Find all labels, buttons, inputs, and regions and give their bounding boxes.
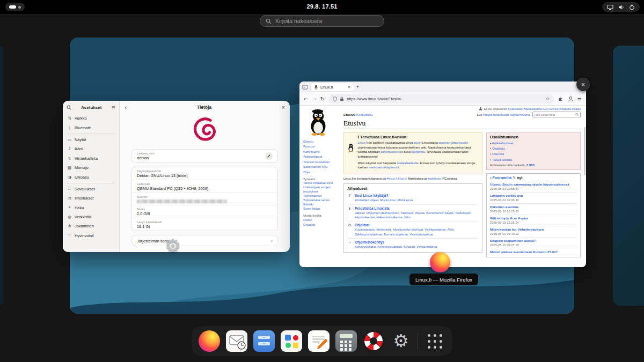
topic-title[interactable]: Uusi Linux-käyttäjä? — [355, 194, 413, 197]
wiki-sidebar-link[interactable]: Kahvihuone — [303, 150, 340, 154]
dock-icon-settings[interactable]: ⚙ — [390, 330, 412, 352]
wiki-sidebar-link[interactable]: Tuoreet muutokset — [303, 160, 340, 165]
participation-link[interactable]: Artikkelitoiveet — [490, 141, 577, 146]
forum-post[interactable]: Langaton verkko usb 2025-07-02 16:36:10 — [490, 192, 577, 203]
forum-title[interactable]: ▪ Foorumilla ✎ nyt — [490, 176, 577, 180]
back-icon[interactable]: ← — [304, 96, 308, 102]
settings-nav-item[interactable]: ⋔ Jakaminen — [63, 221, 119, 231]
app-menu-icon[interactable]: ≡ — [577, 96, 582, 102]
wiki-sidebar-link[interactable]: Toimintasivut — [303, 194, 340, 198]
forum-post-title[interactable]: Snapd:n korjaaminen alusta? — [490, 239, 577, 243]
topic-links[interactable]: Jakelut, Ohjelmien asentaminen, Käsittee… — [355, 211, 479, 220]
new-tab-icon[interactable]: + — [356, 84, 359, 90]
firefox-window[interactable]: Linux.fi × + ∨ ← → ↻ https://www.linux.f… — [299, 82, 586, 267]
wiki-sidebar-link[interactable]: Ajankohtaista — [303, 154, 340, 159]
forward-icon[interactable]: → — [312, 96, 316, 102]
dock-icon-firefox[interactable] — [199, 330, 220, 352]
menu-icon[interactable]: ≡ — [111, 105, 115, 110]
wiki-sidebar-link[interactable]: Etusivu — [303, 139, 340, 144]
wiki-sidebar-link[interactable]: Tänne viittaavat sivut — [303, 181, 340, 186]
shield-icon[interactable] — [333, 97, 337, 101]
search-icon[interactable] — [575, 113, 579, 116]
wiki-search[interactable] — [532, 112, 581, 117]
wiki-sidebar-link[interactable]: Satunnainen sivu — [303, 165, 340, 169]
forum-post[interactable]: Snapd:n korjaaminen alusta? 2025-05-16 0… — [490, 237, 577, 248]
bookmark-star-icon[interactable]: ☆ — [546, 96, 550, 101]
dock-icon-calculator[interactable] — [335, 330, 357, 352]
account-icon[interactable] — [568, 96, 574, 102]
participation-link[interactable]: Osallistu — [490, 146, 577, 151]
extensions-icon[interactable] — [558, 96, 564, 102]
topic-links[interactable]: Kuvankäsittely, Multimedia, Musiikinteko… — [355, 227, 479, 237]
dock-icon-show-apps[interactable] — [424, 330, 445, 352]
forum-post-title[interactable]: Ubuntu Studio sammuttaa näytön käynnisty… — [490, 182, 577, 187]
forum-post[interactable]: Ubuntu Studio sammuttaa näytön käynnisty… — [490, 181, 577, 192]
overview-search[interactable] — [260, 15, 384, 27]
settings-nav-item[interactable]: ᛒ Bluetooth — [63, 123, 119, 132]
settings-nav-item[interactable]: ⇅ Verkko — [63, 114, 119, 123]
forum-post-title[interactable]: Milloin pääsee asentamaan Kubuntu 25.04? — [490, 250, 577, 254]
firefox-view-icon[interactable] — [302, 84, 308, 90]
participation-link[interactable]: Tietoa wikistä — [490, 157, 577, 162]
dock-icon-evolution[interactable] — [226, 330, 247, 352]
dock-icon-software[interactable] — [281, 330, 302, 352]
wiki-sidebar-link[interactable]: Foorumi — [303, 144, 340, 149]
edit-button[interactable] — [265, 152, 273, 160]
topic-links[interactable]: Aloittelijan ohjeet, Mistä Linux, Mistä … — [355, 198, 413, 202]
forum-post-title[interactable]: Langaton verkko usb — [490, 194, 577, 198]
topic-title[interactable]: Perustietoa Linuxista — [355, 206, 479, 210]
system-details-row[interactable]: Järjestelmän tiedot › — [131, 235, 278, 246]
close-icon[interactable]: × — [282, 104, 285, 110]
wiki-sidebar-link[interactable]: Ohje — [303, 170, 340, 175]
search-input[interactable] — [275, 18, 372, 24]
tab-close-icon[interactable]: × — [348, 84, 350, 90]
workspace-preview-right[interactable] — [613, 46, 644, 306]
linuxfi-logo[interactable] — [306, 108, 340, 138]
wiki-sidebar-link[interactable]: Polski — [303, 218, 340, 223]
settings-nav-item[interactable]: ◔ Ilmoitukset — [63, 194, 119, 203]
view-tabs[interactable]: Lue Näytä lähdekoodi Näytä historia — [477, 113, 530, 116]
workspace-preview-left[interactable] — [0, 46, 3, 306]
participation-link[interactable]: Lisenssi — [490, 151, 577, 157]
back-icon[interactable]: ‹ — [125, 104, 127, 111]
settings-nav-item[interactable]: ♪ Ääni — [63, 144, 119, 153]
system-tray[interactable] — [602, 2, 640, 12]
irc-line[interactable]: Linux.fi:n keskustelukanava on #linux.fi… — [343, 176, 482, 181]
welcome-paragraph[interactable]: Linux.fi on kaikkien muokattavissa oleva… — [358, 141, 479, 159]
url-bar[interactable]: https://www.linux.fi/wiki/Etusivu ☆ — [328, 94, 554, 104]
personal-bar[interactable]: Et ole kirjautunut Keskustelu Muokkaukse… — [343, 107, 581, 110]
wiki-sidebar-link[interactable]: Deutsch — [303, 223, 340, 227]
search-icon[interactable] — [67, 105, 71, 110]
settings-nav-item[interactable]: ▭ Näytöt — [63, 135, 119, 144]
dock-icon-files[interactable] — [253, 330, 275, 352]
settings-nav-item[interactable]: ◑ Ulkoasu — [63, 172, 119, 181]
page-tabs[interactable]: Etusivu Keskustelu — [343, 113, 372, 116]
forum-post-title[interactable]: Wifi ei löydy Acer Aspire — [490, 216, 577, 220]
wiki-sidebar-link[interactable]: Ikilinkki — [303, 203, 340, 207]
topic-title[interactable]: Ohjelmat — [355, 223, 479, 227]
article-count[interactable]: Artikkeleita tällä hetkellä: 2 883 — [490, 164, 577, 167]
window-close-button[interactable]: × — [576, 78, 590, 91]
reload-icon[interactable]: ↻ — [320, 96, 325, 102]
settings-nav-item[interactable]: ↯ Virranhallinta — [63, 154, 119, 163]
forum-post-title[interactable]: Pakettien asennus — [490, 205, 577, 209]
wiki-search-input[interactable] — [535, 113, 574, 116]
settings-nav-item[interactable]: ∷ Sovellukset — [63, 184, 119, 194]
forum-post[interactable]: Pakettien asennus 2025-06-16 12:13:20 — [490, 203, 577, 215]
settings-nav-item[interactable]: ⌖ Haku — [63, 203, 119, 212]
clock[interactable]: 29.8. 17.51 — [0, 3, 644, 10]
wiki-sidebar-link[interactable]: Sivun tiedot — [303, 207, 340, 211]
settings-nav-item[interactable]: ▦ Moniajo — [63, 163, 119, 172]
forum-post[interactable]: Milloin pääsee asentamaan Kubuntu 25.04? — [490, 248, 577, 256]
wiki-sidebar-link[interactable]: Tulostettava versio — [303, 198, 340, 203]
settings-nav-item[interactable]: ◍ Verkkotilit — [63, 212, 119, 221]
settings-nav-item[interactable]: ♡ Hyvinvointi — [63, 231, 119, 240]
settings-window[interactable]: Asetukset ≡ ⇅ Verkko ᛒ Bluetooth ▭ Näytö… — [63, 101, 290, 252]
topic-title[interactable]: Ohjelmistokehitys — [355, 240, 437, 244]
scrollbar[interactable] — [584, 127, 586, 175]
topic-links[interactable]: Kehitystyökalut, Kehitysympäristöt, Kirj… — [355, 245, 437, 249]
dock-icon-help[interactable] — [363, 330, 384, 352]
welcome-paragraph[interactable]: Wikin käyttöä voit harjoitella hiekkalaa… — [358, 161, 479, 170]
forum-post[interactable]: Miten korjaan ko. Virheilmoituksen 2025-… — [490, 226, 577, 237]
browser-tab[interactable]: Linux.fi × — [311, 83, 354, 91]
